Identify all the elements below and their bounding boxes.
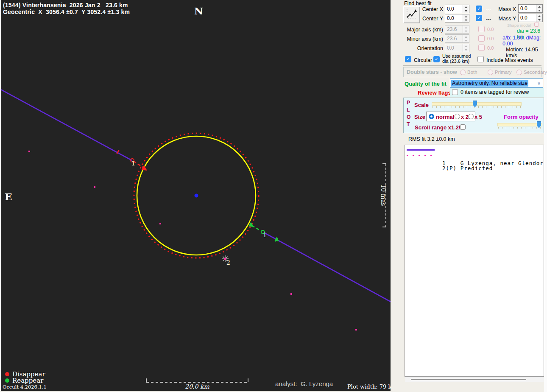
center-y-dashes: ---	[486, 16, 491, 22]
size-x5-radio[interactable]	[468, 114, 474, 119]
major-axis-flag: 0.0	[487, 27, 494, 32]
km-scale-label: 20.0 km	[176, 383, 218, 390]
minor-axis-label: Minor axis (km)	[402, 36, 443, 42]
include-miss-label: Include Miss events	[486, 57, 533, 63]
center-dot	[195, 194, 198, 198]
double-both-radio	[460, 70, 466, 75]
plot-title-line2: Geocentric X 3056.4 ±0.7 Y 3052.4 ±1.3 k…	[3, 8, 130, 15]
center-y-spinner[interactable]: 0.0	[445, 14, 469, 22]
double-secondary-label: Secondary	[524, 70, 547, 75]
mass-x-spin-buttons[interactable]	[536, 5, 542, 12]
chord1-disappear-number: 1	[131, 160, 135, 167]
use-assumed-line2: dia (23.6 km)	[442, 59, 471, 64]
control-panel: Find best fit Center X 0.0 --- Center Y …	[391, 0, 547, 392]
disappear-dot-icon	[5, 372, 9, 376]
form-opacity-slider[interactable]	[497, 121, 542, 129]
km-scale-bar	[146, 378, 248, 382]
center-y-label: Center Y	[416, 16, 443, 22]
minor-axis-value: 23.6	[445, 35, 463, 42]
chord2-dotted-swatch	[407, 155, 435, 156]
use-assumed-line1: Use assumed	[442, 54, 471, 59]
scale-slider-ticks	[433, 106, 521, 108]
minor-axis-flag: 0.0	[487, 36, 494, 41]
rms-fit-text: RMS fit 3.2 ±0.0 km	[408, 136, 455, 142]
include-miss-checkbox[interactable]	[477, 56, 484, 62]
plot-controls-group: P L O T Scale Size normal x 2 x 5 Form o…	[403, 98, 544, 133]
center-x-spin-buttons[interactable]	[463, 5, 469, 13]
plot-letter-l: L	[407, 107, 410, 113]
chord1-line-out	[264, 232, 391, 302]
double-stars-groupbox: Double stars - show Both Primary Seconda…	[403, 67, 541, 77]
mass-y-label: Mass Y	[494, 16, 516, 22]
shape-model-checkbox	[534, 22, 539, 27]
size-normal-radio[interactable]	[429, 114, 434, 119]
reappear-dot-icon	[5, 378, 9, 383]
orientation-checkbox	[478, 45, 485, 51]
plot-title-line1: (1544) Vinterhansenia 2026 Jan 2 23.6 km	[3, 2, 128, 8]
major-axis-checkbox	[478, 26, 485, 32]
east-label: E	[5, 191, 12, 202]
mas-scale-label: 10 mas	[380, 182, 387, 208]
chevron-down-icon: ∨	[537, 81, 541, 86]
review-flags-text: 0 items are tagged for review	[460, 89, 529, 95]
motion-text: Motion: 14.95 km/s	[506, 47, 547, 59]
center-y-spin-buttons[interactable]	[463, 14, 469, 22]
quality-combobox[interactable]: Astrometry only. No reliable size ∨	[450, 78, 543, 88]
mass-y-spinner[interactable]: 0.0	[518, 14, 543, 22]
analyst-label: analyst: G. Lyzenga	[275, 380, 333, 387]
circular-label: Circular	[414, 57, 432, 63]
version-label: Occult 4.2026.1.1	[3, 384, 47, 390]
size-x5-label: x 5	[474, 114, 482, 120]
form-opacity-label: Form opacity	[504, 114, 539, 120]
scroll-range-label: Scroll range x1.25	[415, 124, 462, 131]
orientation-value: 0.0	[445, 44, 463, 52]
find-best-fit-label: Find best fit	[404, 0, 432, 6]
use-assumed-label: Use assumed dia (23.6 km)	[442, 54, 471, 64]
center-x-value: 0.0	[445, 5, 463, 13]
predicted-chord-dots	[28, 151, 357, 330]
form-opacity-ticks	[498, 127, 541, 129]
legend-reappear: Reappear	[5, 377, 43, 384]
predicted-star-number: 2	[226, 259, 230, 266]
shape-model-label: Shape model	[507, 23, 531, 28]
major-axis-label: Major axis (km)	[402, 27, 443, 33]
minor-axis-spinner: 23.6	[445, 34, 469, 43]
reappear-label: Reappear	[12, 377, 43, 384]
reappear-dashed-segment	[252, 226, 262, 231]
center-x-spinner[interactable]: 0.0	[445, 5, 469, 13]
double-primary-radio	[488, 70, 493, 75]
center-x-checkbox[interactable]	[476, 6, 482, 12]
review-flags-checkbox[interactable]	[452, 89, 458, 95]
minor-axis-checkbox	[478, 35, 485, 42]
list-horizontal-scrollbar[interactable]	[405, 377, 544, 382]
review-flags-label: Review flags	[418, 90, 451, 96]
use-assumed-checkbox[interactable]	[433, 56, 440, 62]
center-y-value: 0.0	[445, 14, 463, 22]
plot-letter-t: T	[407, 121, 410, 127]
plot-letter-o: O	[407, 114, 410, 120]
chord1-line-in	[1, 89, 132, 160]
mass-y-spin-buttons[interactable]	[536, 14, 542, 22]
occult-app-window: (1544) Vinterhansenia 2026 Jan 2 23.6 km…	[0, 0, 547, 392]
mass-x-spinner[interactable]: 0.0	[518, 4, 543, 13]
disappear-arrowhead	[142, 165, 148, 171]
orientation-label: Orientation	[402, 45, 443, 51]
observer-list[interactable]: 1 G Lyzenga, near Glendor 2(P) Predicted	[405, 145, 544, 377]
size-normal-label: normal	[436, 114, 454, 120]
center-y-checkbox[interactable]	[476, 15, 482, 21]
quality-label: Quality of the fit	[405, 81, 447, 87]
scrollbar-thumb[interactable]	[411, 379, 526, 380]
scale-slider[interactable]	[432, 101, 522, 108]
mass-x-label: Mass X	[494, 6, 516, 12]
plot-canvas	[1, 0, 391, 391]
list-row2-number: 2(P)	[442, 165, 457, 171]
size-x2-radio[interactable]	[455, 114, 460, 119]
scroll-range-checkbox[interactable]	[460, 124, 466, 130]
size-label: Size	[414, 114, 425, 120]
circular-checkbox[interactable]	[405, 56, 411, 62]
center-x-label: Center X	[416, 6, 443, 12]
separator-line	[403, 65, 541, 66]
center-x-dashes: ---	[486, 7, 491, 13]
list-item[interactable]: 2(P) Predicted	[405, 152, 544, 158]
panel-right-edge	[544, 0, 547, 392]
